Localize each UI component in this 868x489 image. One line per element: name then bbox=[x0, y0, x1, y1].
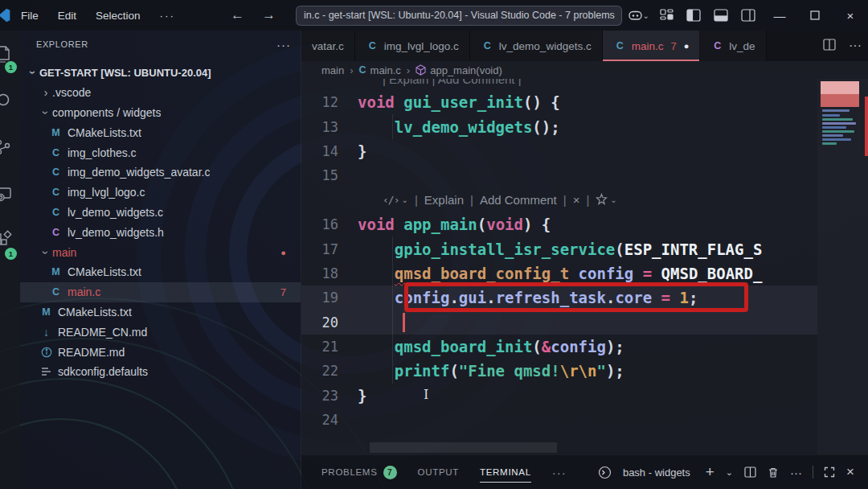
panel-terminal-more-icon[interactable]: ··· bbox=[784, 466, 808, 479]
kill-terminal-icon[interactable] bbox=[762, 466, 784, 479]
chevron-down-icon[interactable]: ⌄ bbox=[610, 195, 616, 204]
menu-selection[interactable]: Selection bbox=[86, 10, 150, 22]
menu-edit[interactable]: Edit bbox=[48, 10, 86, 22]
codelens-explain-link[interactable]: Explain bbox=[424, 193, 464, 207]
code-line-24[interactable]: 24 bbox=[301, 408, 817, 432]
breadcrumb-app-main-void[interactable]: app_main(void) bbox=[416, 64, 502, 76]
line-number[interactable]: 12 bbox=[301, 94, 358, 110]
minimize-button[interactable]: — bbox=[762, 0, 797, 31]
panel-more-actions[interactable]: ··· bbox=[552, 466, 567, 479]
activity-source-control-icon[interactable] bbox=[0, 134, 20, 171]
breadcrumb-main-c[interactable]: Cmain.c bbox=[359, 64, 401, 76]
code-line-16[interactable]: 16void app_main(void) { bbox=[301, 212, 817, 236]
code-line-23[interactable]: 23}I bbox=[301, 384, 817, 408]
line-number[interactable]: 24 bbox=[301, 412, 358, 428]
code-text[interactable]: } bbox=[358, 142, 366, 160]
activity-remote-explorer-icon[interactable] bbox=[0, 180, 20, 217]
panel-tab-output[interactable]: OUTPUT bbox=[418, 455, 459, 489]
tree-item-img-clothes-c[interactable]: Cimg_clothes.c bbox=[20, 142, 301, 162]
tree-item-main-c[interactable]: Cmain.c7 bbox=[20, 282, 301, 302]
split-editor-icon[interactable] bbox=[817, 39, 842, 54]
tab-img-lvgl-logo-c[interactable]: Cimg_lvgl_logo.c bbox=[355, 31, 470, 61]
terminal-dropdown-icon[interactable]: ⌄ bbox=[720, 467, 739, 478]
code-brackets-icon[interactable]: ‹/› bbox=[383, 194, 399, 206]
split-terminal-icon[interactable] bbox=[739, 466, 762, 478]
menu-file[interactable]: File bbox=[11, 10, 48, 22]
tree-item-readme-cn-md[interactable]: ↓README_CN.md bbox=[20, 322, 301, 342]
tree-item-img-lvgl-logo-c[interactable]: Cimg_lvgl_logo.c bbox=[20, 183, 301, 203]
tree-item-lv-demo-widgets-h[interactable]: Clv_demo_widgets.h bbox=[20, 222, 301, 242]
ai-assistant-icon[interactable] bbox=[596, 193, 608, 208]
toggle-panel-icon[interactable] bbox=[707, 0, 735, 31]
nav-back-icon[interactable]: ← bbox=[222, 7, 253, 23]
code-line-19[interactable]: 19 config.gui.refresh_task.core = 1; bbox=[301, 286, 817, 310]
tree-item-components-widgets[interactable]: ›components / widgets bbox=[20, 103, 301, 123]
editor-more-actions[interactable]: ··· bbox=[842, 39, 868, 53]
toggle-secondary-sidebar-icon[interactable] bbox=[735, 0, 762, 31]
tree-item-vscode[interactable]: ›.vscode bbox=[20, 83, 301, 103]
horizontal-scrollbar[interactable] bbox=[370, 442, 557, 453]
tab-lv-de[interactable]: Clv_de bbox=[700, 31, 766, 61]
code-text[interactable]: } bbox=[358, 387, 366, 405]
customize-layout-icon[interactable] bbox=[653, 0, 680, 31]
code-line-13[interactable]: 13 lv_demo_widgets(); bbox=[301, 114, 817, 138]
line-number[interactable]: 14 bbox=[301, 143, 358, 159]
code-line-18[interactable]: 18 qmsd_board_config_t config = QMSD_BOA… bbox=[301, 261, 817, 286]
codelens-close-link[interactable]: × bbox=[573, 193, 580, 207]
tab-vatar-c[interactable]: vatar.c bbox=[301, 31, 355, 61]
tree-item-get-start-wsl-ubuntu-20-04[interactable]: ›GET-START [WSL: UBUNTU-20.04] bbox=[20, 63, 301, 83]
tree-item-lv-demo-widgets-c[interactable]: Clv_demo_widgets.c bbox=[20, 203, 301, 223]
line-number[interactable]: 17 bbox=[301, 241, 358, 257]
code-line-17[interactable]: 17 gpio_install_isr_service(ESP_INTR_FLA… bbox=[301, 236, 817, 261]
maximize-panel-icon[interactable] bbox=[818, 466, 841, 478]
code-line-14[interactable]: 14} bbox=[301, 139, 817, 163]
line-number[interactable]: 20 bbox=[301, 314, 358, 331]
panel-tab-terminal[interactable]: TERMINAL bbox=[480, 455, 531, 489]
tree-item-readme-md[interactable]: README.md bbox=[20, 342, 301, 362]
code-line-20[interactable]: 20 bbox=[301, 310, 817, 335]
tree-item-cmakelists-txt[interactable]: MCMakeLists.txt bbox=[20, 122, 301, 142]
minimap[interactable] bbox=[817, 79, 868, 454]
code-text[interactable]: qmsd_board_init(&config); bbox=[358, 338, 624, 355]
command-center-search[interactable]: in.c - get-start [WSL: Ubuntu-20.04] - V… bbox=[296, 6, 622, 26]
code-text[interactable]: void gui_user_init() { bbox=[358, 93, 560, 111]
line-number[interactable]: 18 bbox=[301, 265, 358, 281]
line-number[interactable]: 23 bbox=[301, 388, 358, 404]
tree-item-cmakelists-txt[interactable]: MCMakeLists.txt bbox=[20, 262, 301, 282]
tree-item-img-demo-widgets-avatar-c[interactable]: Cimg_demo_widgets_avatar.c bbox=[20, 162, 301, 183]
code-editor[interactable]: | Explain | Add Comment | 12void gui_use… bbox=[301, 79, 868, 454]
terminal-session-label[interactable]: bash - widgets bbox=[623, 466, 690, 479]
code-line-21[interactable]: 21 qmsd_board_init(&config); bbox=[301, 335, 817, 359]
code-text[interactable]: lv_demo_widgets(); bbox=[358, 118, 560, 136]
tree-item-main[interactable]: ›main● bbox=[20, 242, 301, 262]
code-line-12[interactable]: 12void gui_user_init() { bbox=[301, 90, 817, 114]
line-number[interactable]: 13 bbox=[301, 119, 358, 135]
tab-lv-demo-widgets-c[interactable]: Clv_demo_widgets.c bbox=[470, 31, 603, 61]
activity-explorer-icon[interactable]: 1 bbox=[0, 40, 20, 77]
activity-search-icon[interactable] bbox=[0, 87, 20, 124]
maximize-button[interactable] bbox=[797, 0, 833, 31]
code-text[interactable]: qmsd_board_config_t config = QMSD_BOARD_ bbox=[358, 265, 762, 282]
explorer-more-actions[interactable]: ··· bbox=[276, 38, 291, 51]
code-text[interactable]: gpio_install_isr_service(ESP_INTR_FLAG_S bbox=[358, 240, 762, 258]
line-number[interactable]: 22 bbox=[301, 363, 358, 379]
activity-extensions-icon[interactable]: 1 bbox=[0, 227, 20, 264]
toggle-primary-sidebar-icon[interactable] bbox=[680, 0, 707, 31]
copilot-chevron-icon[interactable]: ⌄ bbox=[643, 11, 649, 20]
chevron-down-icon[interactable]: ⌄ bbox=[401, 195, 407, 204]
tab-main-c[interactable]: Cmain.c7● bbox=[603, 31, 701, 61]
code-line-15[interactable]: 15 bbox=[301, 163, 817, 187]
tree-item-cmakelists-txt[interactable]: MCMakeLists.txt bbox=[20, 302, 301, 323]
new-terminal-button[interactable]: + bbox=[700, 463, 720, 481]
codelens-add-comment-link[interactable]: Add Comment bbox=[480, 193, 557, 207]
code-line-22[interactable]: 22 printf("Fine qmsd!\r\n"); bbox=[301, 359, 817, 383]
menu-more[interactable]: ··· bbox=[150, 10, 186, 22]
line-number[interactable]: 19 bbox=[301, 290, 358, 306]
code-text[interactable]: printf("Fine qmsd!\r\n"); bbox=[358, 362, 624, 380]
line-number[interactable]: 15 bbox=[301, 167, 358, 183]
code-text[interactable]: config.gui.refresh_task.core = 1; bbox=[358, 289, 698, 306]
close-button[interactable]: × bbox=[833, 0, 868, 31]
nav-forward-icon[interactable]: → bbox=[253, 7, 285, 23]
line-number[interactable]: 21 bbox=[301, 339, 358, 355]
close-panel-icon[interactable]: × bbox=[841, 464, 860, 480]
